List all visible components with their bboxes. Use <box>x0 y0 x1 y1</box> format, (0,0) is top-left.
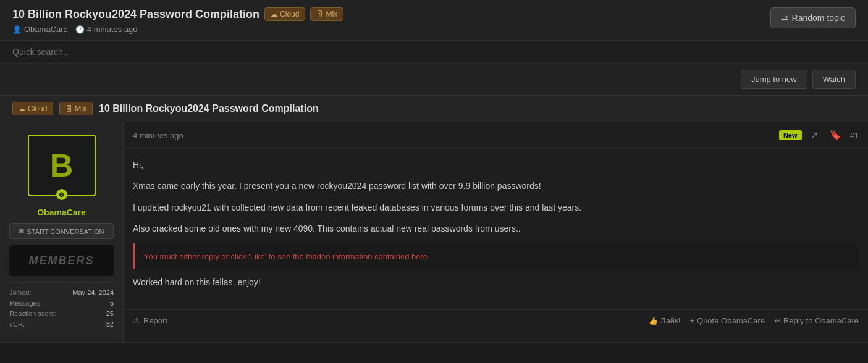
footer-actions: Лайк! Quote ObamaCare Reply to ObamaCare <box>649 316 859 325</box>
post: B ⚙ ObamaCare START CONVERSATION MEMBERS… <box>0 122 868 343</box>
random-topic-button[interactable]: Random topic <box>770 7 856 28</box>
stat-cr: #CR: 32 <box>9 319 114 330</box>
post-paragraph2: I updated rockyou21 with collected new d… <box>133 201 859 214</box>
thread-title: 10 Billion Rockyou2024 Password Compilat… <box>99 103 319 114</box>
thread-tag-mix[interactable]: Mix <box>59 102 93 115</box>
thread-container: Cloud Mix 10 Billion Rockyou2024 Passwor… <box>0 96 868 343</box>
clock-icon <box>75 25 85 34</box>
action-bar: Jump to new Watch <box>0 64 868 96</box>
quote-icon <box>689 316 694 325</box>
user-stats: Joined: May 24, 2024 Messages: 5 Reactio… <box>9 282 114 330</box>
member-banner-text: MEMBERS <box>28 254 94 267</box>
quote-button[interactable]: Quote ObamaCare <box>689 316 764 325</box>
jump-to-new-button[interactable]: Jump to new <box>741 70 807 89</box>
title-area: 10 Billion Rockyou2024 Password Compilat… <box>12 7 343 34</box>
hidden-content-notice: You must either reply or click 'Like' to… <box>133 243 859 270</box>
db-icon <box>316 10 323 19</box>
time-meta: 4 minutes ago <box>75 25 138 34</box>
report-button[interactable]: Report <box>133 316 167 325</box>
post-paragraph1: Xmas came early this year. I present you… <box>133 179 859 193</box>
cloud-icon <box>271 10 277 19</box>
shuffle-icon <box>781 13 788 23</box>
page-header: 10 Billion Rockyou2024 Password Compilat… <box>0 0 868 41</box>
tag-mix[interactable]: Mix <box>310 7 343 21</box>
watch-button[interactable]: Watch <box>812 70 856 89</box>
post-content-area: 4 minutes ago New ↗ 🔖 #1 Hi, Xmas came e… <box>124 122 868 342</box>
avatar-letter: B <box>50 147 74 184</box>
new-badge: New <box>779 130 802 140</box>
username[interactable]: ObamaCare <box>37 207 86 217</box>
page-meta: ObamaCare 4 minutes ago <box>12 25 343 34</box>
user-icon <box>12 25 22 34</box>
search-area <box>0 41 868 64</box>
post-greeting: Hi, <box>133 158 859 172</box>
stat-joined: Joined: May 24, 2024 <box>9 288 114 298</box>
stat-reaction-score: Reaction score: 25 <box>9 309 114 319</box>
avatar: B ⚙ <box>28 135 96 196</box>
author-meta: ObamaCare <box>12 25 68 34</box>
like-button[interactable]: Лайк! <box>649 316 680 325</box>
reply-icon <box>774 316 781 325</box>
thread-title-bar: Cloud Mix 10 Billion Rockyou2024 Passwor… <box>0 96 868 122</box>
post-header: 4 minutes ago New ↗ 🔖 #1 <box>124 122 868 149</box>
envelope-icon <box>19 227 24 235</box>
post-closing: Worked hard on this fellas, enjoy! <box>133 275 859 289</box>
tag-cloud[interactable]: Cloud <box>264 7 305 21</box>
like-icon <box>649 316 658 325</box>
reply-button[interactable]: Reply to ObamaCare <box>774 316 859 325</box>
post-paragraph3: Also cracked some old ones with my new 4… <box>133 222 859 235</box>
post-body: Hi, Xmas came early this year. I present… <box>124 149 868 306</box>
post-actions: New ↗ 🔖 #1 <box>779 128 859 142</box>
avatar-badge: ⚙ <box>56 189 67 200</box>
search-input[interactable] <box>12 47 856 57</box>
share-icon[interactable]: ↗ <box>808 128 821 142</box>
start-conversation-button[interactable]: START CONVERSATION <box>9 223 114 239</box>
warning-icon <box>133 316 140 325</box>
post-number: #1 <box>850 131 859 140</box>
cloud-icon-2 <box>19 104 25 113</box>
post-footer: Report Лайк! Quote ObamaCare Reply to Ob… <box>124 309 868 332</box>
db-icon-2 <box>65 104 72 113</box>
stat-messages: Messages: 5 <box>9 298 114 309</box>
page-title: 10 Billion Rockyou2024 Password Compilat… <box>12 8 259 21</box>
thread-tag-cloud[interactable]: Cloud <box>12 102 53 115</box>
hidden-notice-text: You must either reply or click 'Like' to… <box>144 252 430 261</box>
post-time: 4 minutes ago <box>133 131 183 140</box>
member-banner: MEMBERS <box>9 245 114 276</box>
bookmark-icon[interactable]: 🔖 <box>827 128 844 142</box>
title-row: 10 Billion Rockyou2024 Password Compilat… <box>12 7 343 21</box>
post-author-sidebar: B ⚙ ObamaCare START CONVERSATION MEMBERS… <box>0 122 124 342</box>
